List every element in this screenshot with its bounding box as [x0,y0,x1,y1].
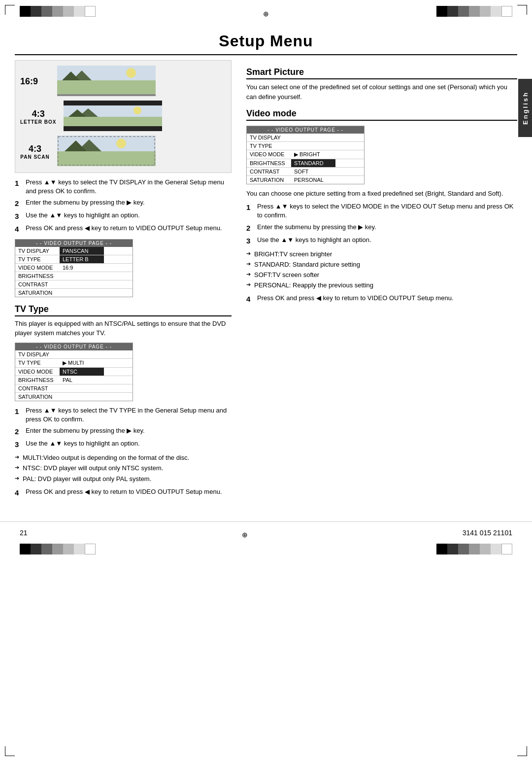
reg-blocks-left [20,6,96,17]
svg-point-11 [133,106,141,114]
step-number: 2 [15,426,22,437]
menu-cell-label: TV TYPE [247,142,291,150]
svg-point-2 [126,68,136,78]
step-text: Enter the submenu by pressing the ▶ key. [257,223,376,233]
menu-row: TV DISPLAY PANSCAN [15,247,133,255]
menu-cell-value [291,134,335,141]
step-text: Enter the submenu by pressing the ▶ key. [26,198,145,208]
reg-block [436,6,447,17]
page-number: 21 [20,529,28,537]
tv-display-menu: - - VIDEO OUTPUT PAGE - - TV DISPLAY PAN… [15,239,133,297]
reg-block [74,544,85,554]
svg-rect-10 [64,117,162,126]
menu-cell-label: TV TYPE [15,255,60,263]
step-number: 4 [15,224,22,234]
menu-cell-label: BRIGHTNESS [15,272,60,280]
bullet-ntsc: NTSC: DVD player will output only NTSC s… [15,464,232,473]
menu-cell-label: TV DISPLAY [247,134,291,141]
menu-row: TV DISPLAY [247,134,364,142]
step-3: 3 Use the ▲▼ keys to highlight an option… [15,211,232,221]
tv-type-step4: 4 Press OK and press ◀ key to return to … [15,487,232,498]
reg-blocks-bottom-right [436,544,512,554]
menu-cell-value: PERSONAL [291,176,335,184]
crosshair-icon: ⊕ [263,10,269,18]
step-4: 4 Press OK and press ◀ key to return to … [15,224,232,234]
step-number: 3 [15,439,22,450]
menu-cell-label: VIDEO MODE [15,264,60,272]
menu-cell-label: BRIGHTNESS [247,159,291,167]
menu-cell-label: SATURATION [15,289,60,297]
step-number: 4 [246,294,253,304]
svg-rect-15 [57,151,156,166]
reg-block [501,544,512,554]
aspect-image-43lb [64,101,162,133]
crosshair-bottom-icon: ⊕ [242,531,248,539]
svg-rect-1 [57,80,156,96]
aspect-label-169: 16:9 [20,76,50,87]
menu-cell-value: SOFT [291,168,335,175]
step-3: 3 Use the ▲▼ keys to highlight an option… [15,439,232,450]
corner-mark-bl [5,746,15,756]
smart-picture-section: Smart Picture You can select one of the … [246,67,517,102]
reg-block [20,6,31,17]
menu-cell-label: VIDEO MODE [15,368,60,376]
reg-block [52,6,63,17]
step-1: 1 Press ▲▼ keys to select the VIDEO MODE… [246,202,517,220]
menu-row: TV TYPE [247,142,364,150]
step-number: 3 [15,211,22,221]
menu-row: VIDEO MODE 16:9 [15,264,133,272]
menu-header: - - VIDEO OUTPUT PAGE - - [247,126,364,134]
step-2: 2 Enter the submenu by pressing the ▶ ke… [15,198,232,208]
reg-block [85,544,96,554]
reg-block [41,6,52,17]
smart-picture-text: You can select one of the predefined set… [246,82,517,102]
reg-block [491,544,501,554]
reg-block [458,544,469,554]
reg-blocks-right [436,6,512,17]
reg-block [447,544,458,554]
step-1: 1 Press ▲▼ keys to select the TV TYPE in… [15,406,232,424]
menu-row: CONTRAST [15,280,133,289]
reg-block [41,544,52,554]
menu-cell-value [291,142,335,150]
page-title: Setup Menu [0,27,532,54]
menu-cell-value: 16:9 [60,264,104,272]
menu-cell-label: VIDEO MODE [247,150,291,159]
reg-block [469,6,480,17]
menu-cell-label: TV DISPLAY [15,350,60,358]
menu-cell-value: NTSC [60,368,104,376]
step-text: Press ▲▼ keys to select the TV DISPLAY i… [26,178,232,196]
video-mode-menu: - - VIDEO OUTPUT PAGE - - TV DISPLAY TV … [246,126,365,184]
reg-block [480,544,491,554]
corner-mark-tr [517,5,527,15]
reg-block [458,6,469,17]
step-4: 4 Press OK and press ◀ key to return to … [246,294,517,304]
reg-block [20,544,31,554]
corner-mark-br [517,746,527,756]
menu-cell-value: LETTER B [60,255,104,263]
crosshair-top: ⊕ [263,10,269,18]
aspect-sublabel-ps: PAN SCAN [20,154,50,160]
aspect-row-169: 16:9 [20,66,226,98]
reg-block [480,6,491,17]
smart-picture-heading: Smart Picture [246,67,517,79]
language-label: English [522,84,529,132]
menu-row: VIDEO MODE ▶ BRIGHT [247,150,364,159]
step-1: 1 Press ▲▼ keys to select the TV DISPLAY… [15,178,232,196]
menu-header: - - VIDEO OUTPUT PAGE - - [15,240,133,247]
reg-block [63,544,74,554]
step-number: 1 [15,406,22,424]
scene-svg-43ps [57,136,156,166]
video-mode-section: Video mode - - VIDEO OUTPUT PAGE - - TV … [246,108,517,304]
bullet-soft: SOFT:TV screen softer [246,271,517,279]
svg-rect-5 [57,94,156,96]
main-content: 16:9 4:3 LETTER BOX [0,55,532,512]
video-mode-intro: You can choose one picture setting from … [246,189,517,198]
tv-display-steps: 1 Press ▲▼ keys to select the TV DISPLAY… [15,178,232,234]
reg-block [85,6,96,17]
aspect-image-169 [57,66,156,98]
menu-cell-value [60,350,104,358]
menu-cell-label: CONTRAST [15,384,60,392]
reg-block [31,6,41,17]
menu-row: VIDEO MODE NTSC [15,368,133,376]
